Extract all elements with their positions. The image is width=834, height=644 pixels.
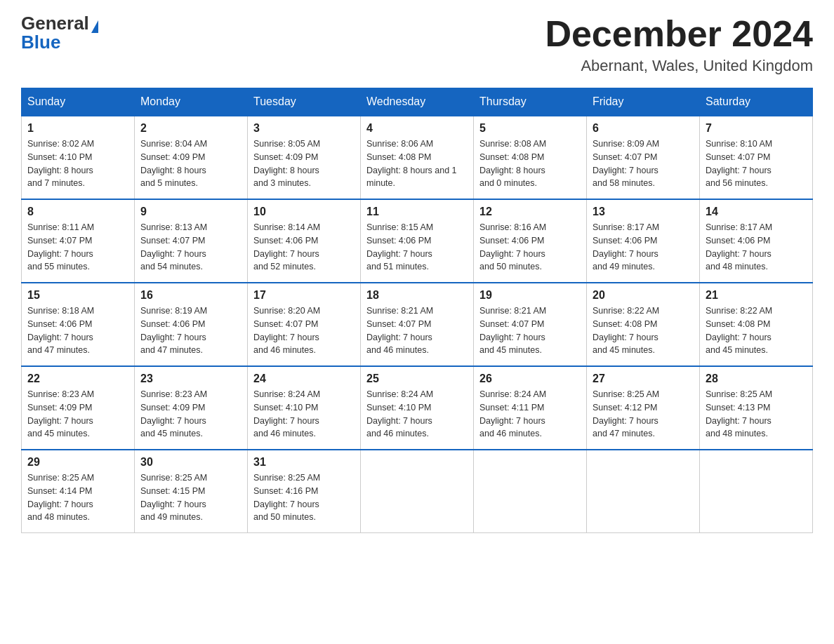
table-row: 7 Sunrise: 8:10 AMSunset: 4:07 PMDayligh… xyxy=(700,116,813,199)
table-row: 20 Sunrise: 8:22 AMSunset: 4:08 PMDaylig… xyxy=(587,283,700,366)
day-info: Sunrise: 8:24 AMSunset: 4:10 PMDaylight:… xyxy=(253,388,355,441)
day-number: 30 xyxy=(140,456,241,469)
day-number: 24 xyxy=(253,373,355,385)
calendar-week-2: 8 Sunrise: 8:11 AMSunset: 4:07 PMDayligh… xyxy=(22,199,813,283)
day-number: 31 xyxy=(253,456,355,469)
day-number: 13 xyxy=(593,206,694,218)
day-info: Sunrise: 8:25 AMSunset: 4:15 PMDaylight:… xyxy=(140,471,241,524)
day-info: Sunrise: 8:25 AMSunset: 4:12 PMDaylight:… xyxy=(593,388,694,441)
day-number: 26 xyxy=(479,373,581,385)
table-row xyxy=(474,450,587,533)
logo: General Blue xyxy=(21,14,98,51)
day-info: Sunrise: 8:05 AMSunset: 4:09 PMDaylight:… xyxy=(253,137,355,190)
day-number: 14 xyxy=(706,206,807,218)
table-row: 30 Sunrise: 8:25 AMSunset: 4:15 PMDaylig… xyxy=(135,450,248,533)
day-info: Sunrise: 8:14 AMSunset: 4:06 PMDaylight:… xyxy=(253,221,355,274)
day-number: 17 xyxy=(253,289,355,302)
day-number: 15 xyxy=(27,289,128,302)
day-info: Sunrise: 8:15 AMSunset: 4:06 PMDaylight:… xyxy=(366,221,468,274)
day-info: Sunrise: 8:08 AMSunset: 4:08 PMDaylight:… xyxy=(479,137,581,190)
table-row: 17 Sunrise: 8:20 AMSunset: 4:07 PMDaylig… xyxy=(248,283,361,366)
day-info: Sunrise: 8:11 AMSunset: 4:07 PMDaylight:… xyxy=(27,221,128,274)
day-info: Sunrise: 8:21 AMSunset: 4:07 PMDaylight:… xyxy=(479,304,581,357)
day-info: Sunrise: 8:04 AMSunset: 4:09 PMDaylight:… xyxy=(140,137,241,190)
calendar-week-3: 15 Sunrise: 8:18 AMSunset: 4:06 PMDaylig… xyxy=(22,283,813,366)
header-sunday: Sunday xyxy=(22,88,135,116)
day-number: 7 xyxy=(706,122,807,135)
table-row: 3 Sunrise: 8:05 AMSunset: 4:09 PMDayligh… xyxy=(248,116,361,199)
weekday-header-row: Sunday Monday Tuesday Wednesday Thursday… xyxy=(22,88,813,116)
table-row: 29 Sunrise: 8:25 AMSunset: 4:14 PMDaylig… xyxy=(22,450,135,533)
day-number: 11 xyxy=(366,206,468,218)
table-row: 25 Sunrise: 8:24 AMSunset: 4:10 PMDaylig… xyxy=(361,366,474,450)
header-wednesday: Wednesday xyxy=(361,88,474,116)
day-info: Sunrise: 8:24 AMSunset: 4:11 PMDaylight:… xyxy=(479,388,581,441)
day-number: 10 xyxy=(253,206,355,218)
calendar-body: 1 Sunrise: 8:02 AMSunset: 4:10 PMDayligh… xyxy=(22,116,813,533)
table-row: 28 Sunrise: 8:25 AMSunset: 4:13 PMDaylig… xyxy=(700,366,813,450)
day-info: Sunrise: 8:24 AMSunset: 4:10 PMDaylight:… xyxy=(366,388,468,441)
day-number: 28 xyxy=(706,373,807,385)
title-block: December 2024 Abernant, Wales, United Ki… xyxy=(545,14,813,75)
header-thursday: Thursday xyxy=(474,88,587,116)
table-row: 27 Sunrise: 8:25 AMSunset: 4:12 PMDaylig… xyxy=(587,366,700,450)
table-row: 10 Sunrise: 8:14 AMSunset: 4:06 PMDaylig… xyxy=(248,199,361,283)
day-info: Sunrise: 8:21 AMSunset: 4:07 PMDaylight:… xyxy=(366,304,468,357)
table-row: 22 Sunrise: 8:23 AMSunset: 4:09 PMDaylig… xyxy=(22,366,135,450)
table-row xyxy=(700,450,813,533)
day-number: 2 xyxy=(140,122,241,135)
table-row: 15 Sunrise: 8:18 AMSunset: 4:06 PMDaylig… xyxy=(22,283,135,366)
day-info: Sunrise: 8:17 AMSunset: 4:06 PMDaylight:… xyxy=(706,221,807,274)
location: Abernant, Wales, United Kingdom xyxy=(545,57,813,75)
day-info: Sunrise: 8:25 AMSunset: 4:14 PMDaylight:… xyxy=(27,471,128,524)
day-number: 19 xyxy=(479,289,581,302)
table-row: 26 Sunrise: 8:24 AMSunset: 4:11 PMDaylig… xyxy=(474,366,587,450)
table-row: 21 Sunrise: 8:22 AMSunset: 4:08 PMDaylig… xyxy=(700,283,813,366)
table-row: 16 Sunrise: 8:19 AMSunset: 4:06 PMDaylig… xyxy=(135,283,248,366)
table-row: 23 Sunrise: 8:23 AMSunset: 4:09 PMDaylig… xyxy=(135,366,248,450)
calendar-table: Sunday Monday Tuesday Wednesday Thursday… xyxy=(21,88,813,533)
logo-general: General xyxy=(21,13,89,34)
table-row: 13 Sunrise: 8:17 AMSunset: 4:06 PMDaylig… xyxy=(587,199,700,283)
day-info: Sunrise: 8:18 AMSunset: 4:06 PMDaylight:… xyxy=(27,304,128,357)
table-row: 18 Sunrise: 8:21 AMSunset: 4:07 PMDaylig… xyxy=(361,283,474,366)
logo-triangle-icon xyxy=(91,20,98,33)
table-row: 19 Sunrise: 8:21 AMSunset: 4:07 PMDaylig… xyxy=(474,283,587,366)
header-saturday: Saturday xyxy=(700,88,813,116)
day-number: 23 xyxy=(140,373,241,385)
table-row xyxy=(587,450,700,533)
day-number: 25 xyxy=(366,373,468,385)
day-number: 27 xyxy=(593,373,694,385)
table-row: 11 Sunrise: 8:15 AMSunset: 4:06 PMDaylig… xyxy=(361,199,474,283)
calendar-week-5: 29 Sunrise: 8:25 AMSunset: 4:14 PMDaylig… xyxy=(22,450,813,533)
day-number: 5 xyxy=(479,122,581,135)
month-title: December 2024 xyxy=(545,14,813,54)
table-row: 12 Sunrise: 8:16 AMSunset: 4:06 PMDaylig… xyxy=(474,199,587,283)
table-row: 9 Sunrise: 8:13 AMSunset: 4:07 PMDayligh… xyxy=(135,199,248,283)
header-monday: Monday xyxy=(135,88,248,116)
day-number: 8 xyxy=(27,206,128,218)
day-info: Sunrise: 8:23 AMSunset: 4:09 PMDaylight:… xyxy=(140,388,241,441)
calendar-header: Sunday Monday Tuesday Wednesday Thursday… xyxy=(22,88,813,116)
table-row: 14 Sunrise: 8:17 AMSunset: 4:06 PMDaylig… xyxy=(700,199,813,283)
day-info: Sunrise: 8:20 AMSunset: 4:07 PMDaylight:… xyxy=(253,304,355,357)
day-number: 3 xyxy=(253,122,355,135)
day-info: Sunrise: 8:13 AMSunset: 4:07 PMDaylight:… xyxy=(140,221,241,274)
day-number: 6 xyxy=(593,122,694,135)
day-info: Sunrise: 8:25 AMSunset: 4:16 PMDaylight:… xyxy=(253,471,355,524)
day-info: Sunrise: 8:16 AMSunset: 4:06 PMDaylight:… xyxy=(479,221,581,274)
header-friday: Friday xyxy=(587,88,700,116)
table-row: 2 Sunrise: 8:04 AMSunset: 4:09 PMDayligh… xyxy=(135,116,248,199)
table-row: 4 Sunrise: 8:06 AMSunset: 4:08 PMDayligh… xyxy=(361,116,474,199)
table-row: 6 Sunrise: 8:09 AMSunset: 4:07 PMDayligh… xyxy=(587,116,700,199)
day-info: Sunrise: 8:22 AMSunset: 4:08 PMDaylight:… xyxy=(706,304,807,357)
logo-top-row: General xyxy=(21,14,98,33)
logo-blue: Blue xyxy=(21,32,60,53)
day-number: 22 xyxy=(27,373,128,385)
table-row: 1 Sunrise: 8:02 AMSunset: 4:10 PMDayligh… xyxy=(22,116,135,199)
day-number: 4 xyxy=(366,122,468,135)
day-number: 1 xyxy=(27,122,128,135)
day-number: 9 xyxy=(140,206,241,218)
page-header: General Blue December 2024 Abernant, Wal… xyxy=(21,14,813,75)
day-info: Sunrise: 8:09 AMSunset: 4:07 PMDaylight:… xyxy=(593,137,694,190)
